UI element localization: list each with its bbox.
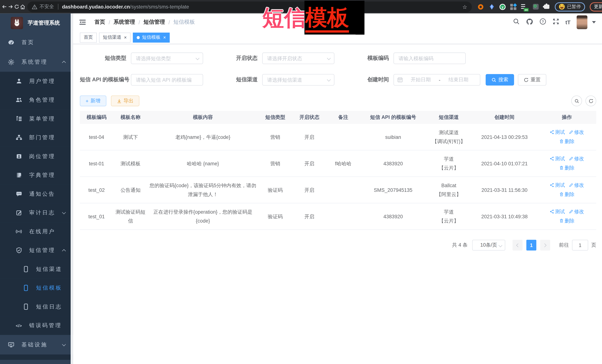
breadcrumb-current: 短信模板 bbox=[173, 19, 195, 26]
paused-label: 已暂停 bbox=[567, 3, 581, 10]
current-page-button[interactable]: 1 bbox=[527, 240, 537, 250]
api-template-id-input[interactable] bbox=[131, 74, 203, 85]
export-button[interactable]: 导出 bbox=[111, 95, 139, 106]
test-link[interactable]: 测试 bbox=[549, 154, 565, 163]
home-icon bbox=[20, 4, 25, 10]
start-date-placeholder[interactable]: 开始日期 bbox=[403, 76, 439, 83]
sidebar-item-user-mgmt[interactable]: 用户管理 bbox=[0, 72, 73, 91]
browser-update-button[interactable]: 更新 ⋮ bbox=[590, 2, 602, 11]
sidebar-item-home[interactable]: 首页 bbox=[0, 32, 73, 52]
template-code-input[interactable] bbox=[394, 52, 466, 64]
browser-home-button[interactable] bbox=[20, 1, 26, 12]
sidebar-item-sms-log[interactable]: 短信日志 bbox=[0, 297, 73, 316]
test-link[interactable]: 测试 bbox=[549, 128, 565, 137]
breadcrumb-home[interactable]: 首页 bbox=[95, 19, 105, 26]
forward-arrow-icon bbox=[8, 4, 13, 9]
app-logo-row[interactable]: 芋道管理系统 bbox=[0, 13, 73, 33]
extensions-puzzle-icon[interactable] bbox=[543, 3, 550, 10]
refresh-table-button[interactable] bbox=[586, 95, 596, 106]
edit-link[interactable]: 修改 bbox=[569, 181, 584, 190]
sidebar-item-system[interactable]: 系统管理 bbox=[0, 52, 73, 72]
sidebar-item-role-mgmt[interactable]: 角色管理 bbox=[0, 91, 73, 109]
sidebar-item-audit-log[interactable]: 审计日志 bbox=[0, 203, 73, 222]
sidebar-item-infra[interactable]: 基础设施 bbox=[0, 335, 73, 354]
delete-link[interactable]: 删除 bbox=[559, 137, 575, 146]
sidebar-item-dept-mgmt[interactable]: 部门管理 bbox=[0, 128, 73, 147]
date-range-picker[interactable]: 开始日期 - 结束日期 bbox=[394, 74, 480, 85]
sms-template-table: 模板编码 模板名称 模板内容 短信类型 开启状态 备注 短信 API 的模板编号… bbox=[80, 111, 596, 230]
profile-paused-badge[interactable]: 已暂停 bbox=[555, 2, 585, 11]
sidebar-item-errcode-mgmt[interactable]: </> 错误码管理 bbox=[0, 316, 73, 335]
channel-select[interactable] bbox=[262, 74, 334, 85]
fullscreen-icon[interactable] bbox=[552, 18, 559, 26]
breadcrumb-system[interactable]: 系统管理 bbox=[114, 19, 135, 26]
share-icon bbox=[549, 183, 554, 187]
sidebar-item-online-users[interactable]: 在线用户 bbox=[0, 222, 73, 241]
sidebar-item-dict-mgmt[interactable]: 字典管理 bbox=[0, 166, 73, 185]
test-link[interactable]: 测试 bbox=[549, 181, 565, 190]
next-page-button[interactable] bbox=[540, 240, 550, 250]
extension-gem-icon[interactable] bbox=[488, 3, 495, 10]
browser-back-button[interactable] bbox=[1, 1, 7, 12]
search-icon[interactable] bbox=[513, 18, 520, 26]
goto-page-input[interactable] bbox=[572, 240, 588, 250]
delete-link[interactable]: 删除 bbox=[559, 190, 575, 199]
extension-y-icon[interactable]: y bbox=[500, 4, 506, 10]
toggle-search-button[interactable] bbox=[571, 95, 582, 106]
avatar-caret-down-icon[interactable] bbox=[592, 21, 596, 23]
sidebar-item-sms-template[interactable]: 短信模板 bbox=[0, 279, 73, 297]
close-icon[interactable]: × bbox=[163, 35, 166, 40]
page-size-select[interactable]: 10条/页 bbox=[472, 240, 505, 250]
test-link[interactable]: 测试 bbox=[549, 207, 565, 216]
extension-grid-icon[interactable] bbox=[510, 3, 517, 10]
sms-type-select[interactable] bbox=[131, 52, 203, 64]
address-bar[interactable]: 不安全 dashboard.yudao.iocoder.cn/system/sm… bbox=[27, 1, 472, 12]
delete-link[interactable]: 删除 bbox=[559, 217, 575, 225]
end-date-placeholder[interactable]: 结束日期 bbox=[441, 76, 476, 83]
add-button[interactable]: + 新增 bbox=[80, 95, 106, 106]
reset-button[interactable]: 重置 bbox=[518, 74, 546, 85]
sidebar-collapse-button[interactable] bbox=[79, 19, 86, 25]
col-api-template-id: 短信 API 的模板编号 bbox=[360, 111, 426, 124]
table-toolbar: + 新增 导出 bbox=[80, 95, 596, 106]
github-icon[interactable] bbox=[526, 18, 533, 27]
extension-scope-icon[interactable] bbox=[532, 3, 539, 10]
sidebar-item-notice-mgmt[interactable]: 通知公告 bbox=[0, 185, 73, 203]
bookmark-star-icon[interactable]: ☆ bbox=[462, 4, 467, 10]
trash-icon bbox=[559, 166, 563, 170]
sidebar-scrollbar[interactable] bbox=[71, 13, 73, 364]
extension-list-on-icon[interactable]: on bbox=[521, 3, 528, 10]
tab-sms-channel[interactable]: 短信渠道 × bbox=[99, 32, 131, 42]
sidebar-item-sms-mgmt[interactable]: 短信管理 bbox=[0, 241, 73, 260]
help-icon[interactable]: ? bbox=[539, 18, 546, 26]
url-host: dashboard.yudao.iocoder.cn bbox=[62, 4, 130, 10]
filter-status: 开启状态 bbox=[211, 52, 334, 64]
sidebar-item-menu-mgmt[interactable]: 菜单管理 bbox=[0, 109, 73, 128]
tab-home[interactable]: 首页 bbox=[80, 32, 97, 42]
tab-sms-template[interactable]: 短信模板 × bbox=[133, 32, 170, 42]
edit-link[interactable]: 修改 bbox=[569, 207, 584, 216]
prev-page-button[interactable] bbox=[513, 240, 523, 250]
template-code-label: 模板编码 bbox=[342, 55, 394, 62]
user-avatar[interactable] bbox=[577, 15, 587, 29]
shield-check-icon bbox=[15, 247, 22, 254]
col-template-content: 模板内容 bbox=[148, 111, 258, 124]
extension-orange-icon[interactable] bbox=[477, 3, 484, 10]
sidebar-item-sms-channel[interactable]: 短信渠道 bbox=[0, 260, 73, 279]
breadcrumb-sms[interactable]: 短信管理 bbox=[143, 19, 165, 26]
status-select[interactable] bbox=[262, 52, 334, 64]
browser-forward-button[interactable] bbox=[7, 1, 13, 12]
sidebar-item-post-mgmt[interactable]: 岗位管理 bbox=[0, 147, 73, 166]
app-title: 芋道管理系统 bbox=[28, 20, 60, 26]
status-label: 开启状态 bbox=[211, 55, 262, 62]
edit-link[interactable]: 修改 bbox=[569, 154, 584, 163]
online-signal-icon bbox=[15, 228, 22, 235]
close-icon[interactable]: × bbox=[124, 35, 127, 40]
font-size-icon[interactable]: tT bbox=[566, 19, 570, 25]
book-icon bbox=[15, 172, 22, 178]
delete-link[interactable]: 删除 bbox=[559, 164, 575, 172]
url-divider bbox=[58, 4, 58, 10]
edit-link[interactable]: 修改 bbox=[569, 128, 584, 137]
browser-reload-button[interactable] bbox=[13, 1, 20, 12]
search-button[interactable]: 搜索 bbox=[486, 74, 514, 85]
